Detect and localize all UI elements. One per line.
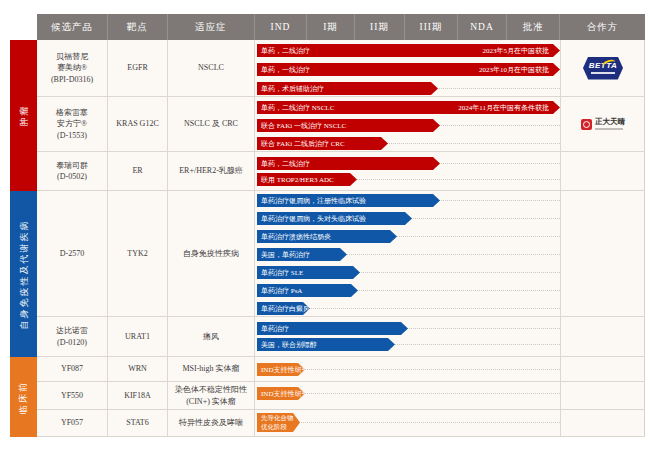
section-band-autoimmune: 自身免疫性及代谢疾病 <box>10 191 37 357</box>
pipeline-arrow: 先导化合物 优化阶段 <box>257 413 300 432</box>
section-band-preclinical: 临床前 <box>10 357 37 437</box>
section-label-preclinical: 临床前 <box>17 381 30 414</box>
pipeline-arrow: 单药治疗溃疡性结肠炎 <box>257 230 397 243</box>
target-cell: TYK2 <box>108 191 168 316</box>
pipeline-arrow: 单药治疗银屑病，头对头临床试验 <box>257 212 412 225</box>
product-cell: D-2570 <box>37 191 108 316</box>
col-header-partner: 合作方 <box>560 14 645 40</box>
partner-cell <box>560 382 645 409</box>
approval-date: 2023年5月在中国获批 <box>483 46 550 56</box>
pipeline-chart: 候选产品 靶点 适应症 IND I期 II期 III期 NDA 批准 合作方 肿… <box>0 0 650 449</box>
pipeline-arrow: 联合 FAKi 一线治疗 NSCLC <box>257 119 440 132</box>
pipeline-arrow: 单药，二线治疗2023年5月在中国获批 <box>257 44 560 57</box>
indication-cell: ER+/HER2-乳腺癌 <box>168 152 255 190</box>
pipeline-arrow: 单药治疗白癜风 <box>257 302 310 315</box>
table-row: 泰瑞司群 (D-0502) ER ER+/HER2-乳腺癌 单药，二线治疗 联用… <box>37 152 645 191</box>
partner-cell <box>560 191 645 316</box>
col-header-product: 候选产品 <box>37 14 108 40</box>
target-cell: KRAS G12C <box>108 97 168 151</box>
betta-pharma-logo: BETTA <box>583 57 623 80</box>
table-row: D-2570 TYK2 自身免疫性疾病 单药治疗银屑病，注册性临床试验 单药治疗… <box>37 191 645 317</box>
indication-cell: 染色体不稳定性阳性 (CIN+) 实体瘤 <box>168 382 255 409</box>
col-header-approval: 批准 <box>507 14 560 40</box>
cttq-square-icon <box>581 119 592 130</box>
section-label-oncology: 肿瘤 <box>17 105 30 127</box>
indication-cell: 特异性皮炎及哮喘 <box>168 410 255 436</box>
partner-cell <box>560 410 645 436</box>
partner-cell: BETTA <box>560 40 645 96</box>
target-cell: URAT1 <box>108 317 168 356</box>
indication-cell: NSCLC <box>168 40 255 96</box>
col-header-ind: IND <box>255 14 307 40</box>
partner-cell <box>560 152 645 190</box>
product-cell: YF057 <box>37 410 108 436</box>
table-row: YF087 WRN MSI-high 实体瘤 IND支持性研究 <box>37 357 645 382</box>
col-header-indication: 适应症 <box>168 14 255 40</box>
product-cell: 达比诺雷 (D-0120) <box>37 317 108 356</box>
pipeline-arrow: 单药治疗银屑病，注册性临床试验 <box>257 194 440 207</box>
approval-date: 2023年10月在中国获批 <box>479 65 549 75</box>
indication-cell: 自身免疫性疾病 <box>168 191 255 316</box>
pipeline-arrow: IND支持性研究 <box>257 387 305 400</box>
product-cell: YF550 <box>37 382 108 409</box>
indication-cell: MSI-high 实体瘤 <box>168 357 255 381</box>
pipeline-arrow: 单药，二线治疗 <box>257 157 440 170</box>
target-cell: KIF18A <box>108 382 168 409</box>
product-cell: YF087 <box>37 357 108 381</box>
target-cell: WRN <box>108 357 168 381</box>
approval-date: 2024年11月在中国有条件获批 <box>458 103 549 113</box>
pipeline-arrow: 单药治疗 PsA <box>257 284 358 297</box>
table-row: YF057 STAT6 特异性皮炎及哮喘 先导化合物 优化阶段 <box>37 410 645 437</box>
target-cell: STAT6 <box>108 410 168 436</box>
pipeline-arrow: 单药，术后辅助治疗 <box>257 82 438 95</box>
table-row: YF550 KIF18A 染色体不稳定性阳性 (CIN+) 实体瘤 IND支持性… <box>37 382 645 410</box>
table-row: 格索雷塞 安方宁® (D-1553) KRAS G12C NSCLC 及 CRC… <box>37 97 645 152</box>
pipeline-arrow: 单药，一线治疗2023年10月在中国获批 <box>257 63 560 76</box>
table-row: 达比诺雷 (D-0120) URAT1 痛风 单药治疗 美国，联合别嘌醇 <box>37 317 645 357</box>
product-cell: 贝福替尼 赛美纳® (BPI-D0316) <box>37 40 108 96</box>
partner-cell <box>560 357 645 381</box>
col-header-phase3: III期 <box>405 14 458 40</box>
pipeline-arrow: 单药治疗 SLE <box>257 266 360 279</box>
pipeline-arrow: 单药治疗 <box>257 322 408 335</box>
partner-cell <box>560 317 645 356</box>
pipeline-arrow: IND支持性研究 <box>257 363 305 376</box>
col-header-phase2: II期 <box>355 14 405 40</box>
phase-leader-line <box>257 422 560 423</box>
product-cell: 泰瑞司群 (D-0502) <box>37 152 108 190</box>
chiatai-tianqing-logo: 正大天晴 <box>581 118 625 130</box>
indication-cell: NSCLC 及 CRC <box>168 97 255 151</box>
pipeline-arrow: 单药，二线治疗 NSCLC2024年11月在中国有条件获批 <box>257 101 560 114</box>
col-header-nda: NDA <box>458 14 507 40</box>
pipeline-arrow: 联用 TROP2/HER3 ADC <box>257 173 357 186</box>
target-cell: ER <box>108 152 168 190</box>
logo-subtext-bar <box>595 128 623 130</box>
indication-cell: 痛风 <box>168 317 255 356</box>
col-header-phase1: I期 <box>307 14 355 40</box>
pipeline-arrow: 美国，单药治疗 <box>257 248 347 261</box>
logo-subtext-bar <box>591 72 615 74</box>
table-row: 贝福替尼 赛美纳® (BPI-D0316) EGFR NSCLC 单药，二线治疗… <box>37 40 645 97</box>
pipeline-arrow: 美国，联合别嘌醇 <box>257 338 395 351</box>
section-label-autoimmune: 自身免疫性及代谢疾病 <box>17 219 30 329</box>
col-header-target: 靶点 <box>108 14 168 40</box>
partner-cell: 正大天晴 <box>560 97 645 151</box>
product-cell: 格索雷塞 安方宁® (D-1553) <box>37 97 108 151</box>
pipeline-arrow: 联合 FAKi 二线后治疗 CRC <box>257 137 388 150</box>
target-cell: EGFR <box>108 40 168 96</box>
section-band-oncology: 肿瘤 <box>10 40 37 191</box>
